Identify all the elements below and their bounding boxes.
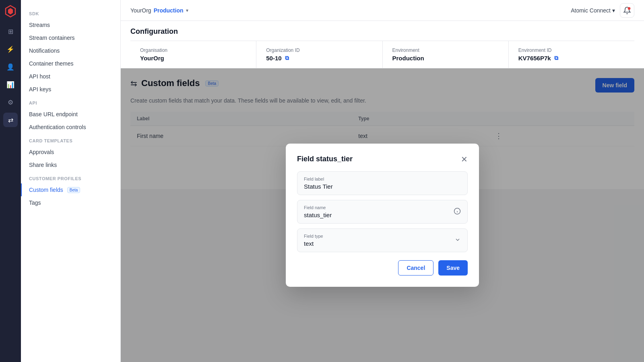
- org-id-copy-icon[interactable]: ⧉: [285, 55, 289, 62]
- svg-point-2: [628, 7, 631, 10]
- atomic-connect-label: Atomic Connect: [571, 7, 611, 14]
- env-config-cell: Environment Production: [382, 41, 508, 68]
- atomic-connect-button[interactable]: Atomic Connect ▾: [571, 7, 615, 14]
- nav-settings-icon[interactable]: ⚙: [3, 95, 18, 109]
- cancel-button[interactable]: Cancel: [398, 260, 433, 276]
- save-button[interactable]: Save: [438, 260, 468, 276]
- sidebar-item-container-themes[interactable]: Container themes: [21, 57, 120, 70]
- env-config-value: Production: [392, 55, 499, 62]
- env-value-text: Production: [392, 55, 424, 62]
- sidebar-item-tags[interactable]: Tags: [21, 196, 120, 209]
- field-type-value: text: [304, 240, 323, 247]
- field-type-content: Field type text: [304, 234, 323, 247]
- org-value-text: YourOrg: [140, 55, 164, 62]
- modal-overlay: Field status_tier ✕ Field label Status T…: [121, 68, 644, 362]
- nav-config-icon[interactable]: ⇄: [3, 113, 18, 127]
- sidebar-item-api-host[interactable]: API host: [21, 70, 120, 83]
- sidebar-item-custom-fields[interactable]: Custom fields Beta: [21, 183, 120, 196]
- svg-marker-1: [8, 8, 13, 14]
- nav-analytics-icon[interactable]: 📊: [3, 77, 18, 92]
- env-id-value-text: KV7656P7k: [518, 55, 551, 62]
- card-templates-section-label: Card templates: [21, 134, 120, 146]
- env-id-copy-icon[interactable]: ⧉: [554, 55, 558, 62]
- page-header: Configuration Organisation YourOrg Organ…: [121, 21, 644, 68]
- org-config-cell: Organisation YourOrg: [130, 41, 256, 68]
- env-config-label: Environment: [392, 47, 499, 53]
- sidebar-item-streams[interactable]: Streams: [21, 19, 120, 31]
- modal-close-button[interactable]: ✕: [461, 155, 468, 163]
- top-right: Atomic Connect ▾: [571, 3, 634, 18]
- left-nav: ⊞ ⚡ 👤 📊 ⚙ ⇄: [0, 0, 21, 362]
- org-id-config-cell: Organization ID 50-10 ⧉: [256, 41, 382, 68]
- page-body: ⇆ Custom fields Beta New field Create cu…: [121, 68, 644, 362]
- org-env: Production: [154, 7, 184, 14]
- field-name-input-group: Field name status_tier: [297, 200, 468, 224]
- field-label-input-group: Field label Status Tier: [297, 171, 468, 195]
- field-name-input-value[interactable]: status_tier: [304, 212, 332, 218]
- customer-profiles-section-label: Customer profiles: [21, 171, 120, 183]
- config-row: Organisation YourOrg Organization ID 50-…: [130, 41, 634, 68]
- org-selector[interactable]: YourOrg Production ▾: [130, 7, 188, 14]
- top-bar: YourOrg Production ▾ Atomic Connect ▾: [121, 0, 644, 21]
- org-id-value-text: 50-10: [266, 55, 281, 62]
- nav-users-icon[interactable]: 👤: [3, 60, 18, 74]
- info-icon[interactable]: [454, 208, 461, 216]
- sidebar-item-share-links[interactable]: Share links: [21, 158, 120, 171]
- page-title: Configuration: [130, 21, 634, 41]
- field-type-label: Field type: [304, 234, 323, 239]
- field-type-select[interactable]: Field type text: [297, 228, 468, 252]
- nav-dashboard-icon[interactable]: ⊞: [3, 24, 18, 39]
- modal-dialog: Field status_tier ✕ Field label Status T…: [286, 144, 479, 287]
- modal-header: Field status_tier ✕: [297, 155, 468, 163]
- modal-title: Field status_tier: [297, 155, 353, 163]
- modal-actions: Cancel Save: [297, 260, 468, 276]
- sidebar-item-stream-containers[interactable]: Stream containers: [21, 31, 120, 44]
- field-name-input-label: Field name: [304, 205, 332, 210]
- notification-icon[interactable]: [620, 3, 634, 18]
- sidebar-item-api-keys[interactable]: API keys: [21, 83, 120, 96]
- field-label-input-label: Field label: [304, 177, 461, 181]
- org-config-value: YourOrg: [140, 55, 246, 62]
- sidebar-custom-fields-label: Custom fields: [29, 187, 63, 193]
- atomic-connect-chevron-icon: ▾: [612, 7, 615, 14]
- org-id-config-label: Organization ID: [266, 47, 372, 53]
- sidebar: SDK Streams Stream containers Notificati…: [21, 0, 121, 362]
- sdk-section-label: SDK: [21, 6, 120, 19]
- sidebar-item-base-url[interactable]: Base URL endpoint: [21, 108, 120, 121]
- main-content: YourOrg Production ▾ Atomic Connect ▾: [121, 0, 644, 362]
- sidebar-item-auth-controls[interactable]: Authentication controls: [21, 121, 120, 134]
- org-config-label: Organisation: [140, 47, 246, 53]
- env-id-config-label: Environment ID: [518, 47, 625, 53]
- sidebar-beta-badge: Beta: [67, 187, 80, 193]
- env-id-config-cell: Environment ID KV7656P7k ⧉: [508, 41, 634, 68]
- nav-flows-icon[interactable]: ⚡: [3, 42, 18, 56]
- field-type-chevron-icon: [454, 237, 461, 245]
- org-chevron-icon: ▾: [186, 8, 188, 13]
- sidebar-item-approvals[interactable]: Approvals: [21, 146, 120, 158]
- org-name: YourOrg: [130, 7, 151, 14]
- sidebar-item-notifications[interactable]: Notifications: [21, 44, 120, 57]
- org-id-config-value: 50-10 ⧉: [266, 55, 372, 62]
- env-id-config-value: KV7656P7k ⧉: [518, 55, 625, 62]
- app-logo[interactable]: [4, 5, 17, 18]
- api-section-label: API: [21, 96, 120, 108]
- field-label-input-value[interactable]: Status Tier: [304, 183, 461, 190]
